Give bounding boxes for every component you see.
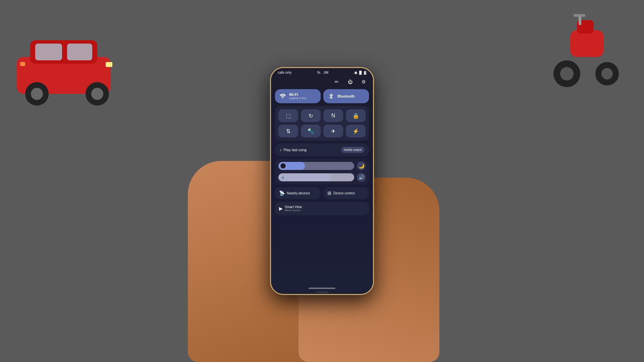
home-indicator[interactable] — [309, 288, 335, 289]
svg-rect-10 — [570, 30, 604, 57]
transfer-tile[interactable]: ⇅ — [278, 125, 298, 137]
rotate-tile[interactable]: ↻ — [301, 109, 321, 122]
model-number: W1K2420M — [271, 291, 373, 294]
nearby-devices-label: Nearby devices — [287, 191, 310, 195]
sliders-container: 🌙 🔉 🔊 — [275, 159, 369, 184]
quick-tiles-grid: ⬚ ↻ N 🔒 ⇅ 🔦 — [275, 106, 369, 141]
device-control-icon: ⊞ — [327, 190, 331, 196]
signal-icon: ▐▌ — [358, 71, 363, 74]
battery-saver-tile[interactable]: ⚡ — [346, 125, 366, 137]
smart-view-sublabel: Mirror screen — [285, 209, 302, 212]
sim-icon: ▣ — [354, 71, 357, 74]
wifi-label: Wi-Fi — [289, 93, 307, 97]
lock-tile[interactable]: 🔒 — [346, 109, 366, 122]
toggle-row: Wi-Fi realme 3 Pro Bluetooth — [275, 89, 369, 103]
media-label: Play last song — [284, 148, 307, 152]
volume-slider-row: 🔉 🔊 — [278, 173, 366, 182]
edit-icon[interactable]: ✏ — [333, 78, 341, 86]
volume-fill — [278, 173, 331, 181]
nearby-devices-tile[interactable]: 📡 Nearby devices — [275, 187, 321, 199]
svg-point-7 — [91, 88, 103, 100]
status-calls-only: calls only — [278, 71, 291, 74]
screenshot-icon: ⬚ — [286, 113, 291, 119]
smart-view-row: ▶ Smart View Mirror screen — [275, 202, 369, 215]
night-mode-icon[interactable]: 🌙 — [357, 162, 366, 170]
wifi-icon — [279, 93, 286, 100]
airplane-tile[interactable]: ✈ — [323, 125, 343, 137]
brightness-track[interactable] — [278, 162, 354, 170]
nearby-devices-icon: 📡 — [279, 190, 285, 196]
settings-icon[interactable]: ⚙ — [360, 78, 368, 86]
smart-view-label: Smart View — [285, 205, 302, 209]
svg-point-13 — [560, 67, 574, 80]
wifi-text: Wi-Fi realme 3 Pro — [289, 93, 307, 100]
svg-point-15 — [601, 68, 613, 79]
volume-sound-icon: 🔉 — [281, 176, 285, 179]
volume-icon[interactable]: 🔊 — [357, 173, 366, 182]
screenshot-tile[interactable]: ⬚ — [278, 109, 298, 122]
nfc-tile[interactable]: N — [323, 109, 343, 122]
camera-notch — [320, 70, 324, 74]
power-icon[interactable]: ⏻ — [346, 78, 354, 86]
media-info: ♪ Play last song — [280, 148, 307, 152]
svg-rect-9 — [20, 62, 25, 66]
bluetooth-toggle[interactable]: Bluetooth — [323, 89, 369, 103]
lock-icon: 🔒 — [353, 113, 359, 119]
phone-frame: calls only No SIM ▣ ▐▌ ▓ ✏ ⏻ ⚙ — [270, 67, 374, 295]
transfer-icon: ⇅ — [286, 128, 290, 134]
top-icons-row: ✏ ⏻ ⚙ — [275, 77, 369, 86]
flashlight-tile[interactable]: 🔦 — [301, 125, 321, 137]
status-icons: ▣ ▐▌ ▓ — [354, 71, 366, 74]
toy-car-left — [7, 17, 127, 117]
svg-rect-8 — [106, 62, 112, 67]
bluetooth-icon — [327, 93, 335, 100]
airplane-icon: ✈ — [331, 128, 335, 134]
volume-track[interactable]: 🔉 — [278, 173, 354, 181]
wifi-sublabel: realme 3 Pro — [289, 97, 307, 100]
bluetooth-text: Bluetooth — [337, 94, 355, 98]
svg-rect-17 — [574, 14, 585, 17]
device-control-tile[interactable]: ⊞ Device control — [323, 187, 369, 199]
quick-settings-panel: ✏ ⏻ ⚙ Wi-Fi realme 3 Pro — [271, 76, 373, 286]
svg-rect-2 — [35, 44, 62, 60]
smart-view-text: Smart View Mirror screen — [285, 205, 302, 212]
media-player[interactable]: ♪ Play last song Media output — [275, 143, 369, 156]
rotate-icon: ↻ — [309, 113, 313, 119]
smart-view-tile[interactable]: ▶ Smart View Mirror screen — [275, 202, 369, 215]
brightness-slider-row: 🌙 — [278, 162, 366, 170]
media-output-button[interactable]: Media output — [341, 147, 364, 153]
wifi-toggle[interactable]: Wi-Fi realme 3 Pro — [275, 89, 321, 103]
smart-view-icon: ▶ — [279, 206, 283, 211]
svg-point-5 — [31, 88, 43, 100]
bluetooth-label: Bluetooth — [337, 94, 355, 98]
toy-scooter-right — [550, 10, 624, 94]
battery-icon: ▓ — [364, 71, 366, 74]
bottom-row: 📡 Nearby devices ⊞ Device control — [275, 187, 369, 199]
nfc-icon: N — [331, 113, 335, 119]
flashlight-icon: 🔦 — [308, 128, 314, 134]
music-icon: ♪ — [280, 148, 282, 152]
brightness-thumb[interactable] — [280, 163, 286, 169]
svg-rect-3 — [67, 44, 92, 60]
battery-saver-icon: ⚡ — [353, 128, 359, 134]
device-control-label: Device control — [333, 191, 355, 195]
phone-screen: calls only No SIM ▣ ▐▌ ▓ ✏ ⏻ ⚙ — [271, 68, 373, 294]
